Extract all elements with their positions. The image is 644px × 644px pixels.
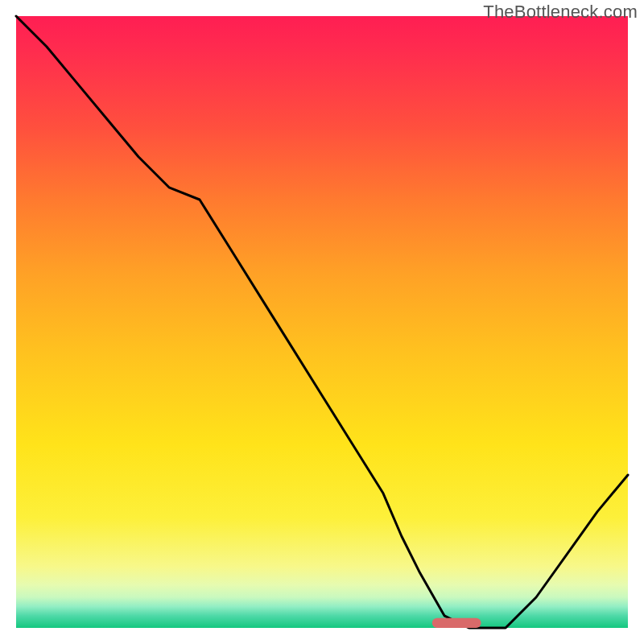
- bottleneck-curve: [16, 16, 628, 628]
- chart-container: TheBottleneck.com: [0, 0, 644, 644]
- plot-svg: [16, 16, 628, 628]
- watermark-text: TheBottleneck.com: [483, 2, 638, 23]
- target-marker: [432, 618, 481, 628]
- plot-area: [16, 16, 628, 628]
